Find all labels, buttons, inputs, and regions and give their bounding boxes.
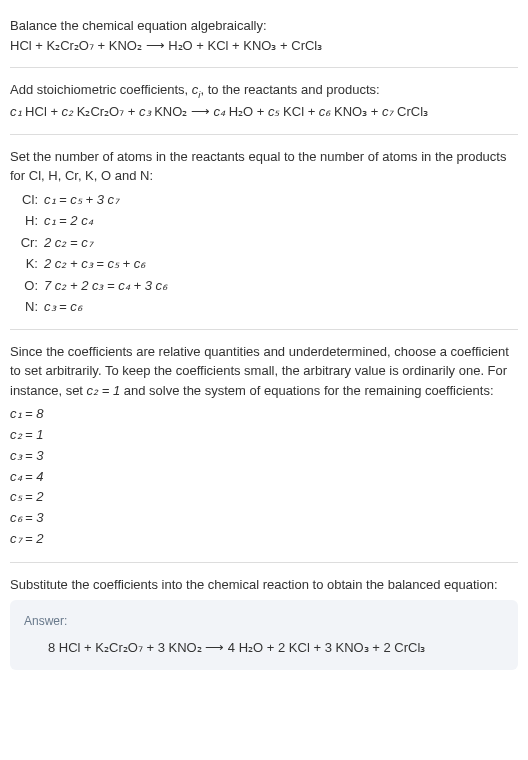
atom-eq: c₁ = c₅ + 3 c₇ — [44, 190, 518, 210]
coeff-value: c₄ = 4 — [10, 467, 518, 488]
divider — [10, 134, 518, 135]
stoich-heading: Add stoichiometric coefficients, ci, to … — [10, 80, 518, 102]
answer-label: Answer: — [24, 612, 504, 630]
atom-eq: 7 c₂ + 2 c₃ = c₄ + 3 c₆ — [44, 276, 518, 296]
solve-text-b: and solve the system of equations for th… — [120, 383, 493, 398]
atoms-section: Set the number of atoms in the reactants… — [10, 139, 518, 325]
reagent-2: K₂Cr₂O₇ + — [73, 104, 139, 119]
stoich-ci: ci — [192, 82, 201, 97]
intro-line1: Balance the chemical equation algebraica… — [10, 16, 518, 36]
coef-c4: c₄ — [214, 104, 226, 119]
coeff-value: c₅ = 2 — [10, 487, 518, 508]
reagent-6: KNO₃ + — [330, 104, 382, 119]
atom-eq: c₁ = 2 c₄ — [44, 211, 518, 231]
stoich-text-b: , to the reactants and products: — [201, 82, 380, 97]
reagent-1: HCl + — [22, 104, 62, 119]
substitute-section: Substitute the coefficients into the che… — [10, 567, 518, 678]
answer-box: Answer: 8 HCl + K₂Cr₂O₇ + 3 KNO₂ ⟶ 4 H₂O… — [10, 600, 518, 670]
stoich-section: Add stoichiometric coefficients, ci, to … — [10, 72, 518, 130]
atoms-heading: Set the number of atoms in the reactants… — [10, 147, 518, 186]
coef-c5: c₅ — [268, 104, 280, 119]
coefficients-list: c₁ = 8 c₂ = 1 c₃ = 3 c₄ = 4 c₅ = 2 c₆ = … — [10, 404, 518, 550]
coeff-value: c₇ = 2 — [10, 529, 518, 550]
coef-c2: c₂ — [62, 104, 74, 119]
atoms-table: Cl: c₁ = c₅ + 3 c₇ H: c₁ = 2 c₄ Cr: 2 c₂… — [10, 190, 518, 317]
divider — [10, 562, 518, 563]
reagent-4: H₂O + — [225, 104, 268, 119]
intro-equation: HCl + K₂Cr₂O₇ + KNO₂ ⟶ H₂O + KCl + KNO₃ … — [10, 36, 518, 56]
reagent-7: CrCl₃ — [393, 104, 428, 119]
atom-elem: H: — [10, 211, 38, 231]
coef-c6: c₆ — [319, 104, 331, 119]
atom-elem: Cl: — [10, 190, 38, 210]
intro-section: Balance the chemical equation algebraica… — [10, 8, 518, 63]
reagent-3: KNO₂ ⟶ — [151, 104, 214, 119]
coeff-value: c₃ = 3 — [10, 446, 518, 467]
coef-c1: c₁ — [10, 104, 22, 119]
atom-eq: 2 c₂ + c₃ = c₅ + c₆ — [44, 254, 518, 274]
divider — [10, 67, 518, 68]
atom-elem: K: — [10, 254, 38, 274]
divider — [10, 329, 518, 330]
solve-text: Since the coefficients are relative quan… — [10, 342, 518, 401]
stoich-equation: c₁ HCl + c₂ K₂Cr₂O₇ + c₃ KNO₂ ⟶ c₄ H₂O +… — [10, 102, 518, 122]
atom-eq: c₃ = c₆ — [44, 297, 518, 317]
atom-elem: Cr: — [10, 233, 38, 253]
coef-c3: c₃ — [139, 104, 151, 119]
stoich-text-a: Add stoichiometric coefficients, — [10, 82, 192, 97]
atom-elem: N: — [10, 297, 38, 317]
atom-elem: O: — [10, 276, 38, 296]
coeff-value: c₆ = 3 — [10, 508, 518, 529]
atom-eq: 2 c₂ = c₇ — [44, 233, 518, 253]
answer-equation: 8 HCl + K₂Cr₂O₇ + 3 KNO₂ ⟶ 4 H₂O + 2 KCl… — [24, 638, 504, 658]
coeff-value: c₁ = 8 — [10, 404, 518, 425]
substitute-text: Substitute the coefficients into the che… — [10, 575, 518, 595]
solve-section: Since the coefficients are relative quan… — [10, 334, 518, 558]
coeff-value: c₂ = 1 — [10, 425, 518, 446]
reagent-5: KCl + — [279, 104, 318, 119]
coef-c7: c₇ — [382, 104, 394, 119]
solve-c2eq: c₂ = 1 — [87, 383, 121, 398]
